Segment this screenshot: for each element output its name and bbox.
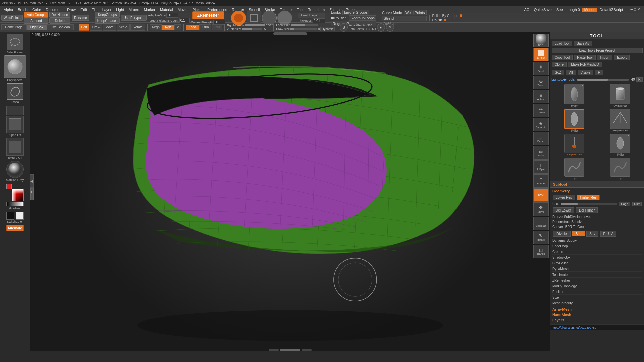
alpha-off-tool[interactable]: Alpha Off — [6, 116, 24, 137]
dynamic-icon[interactable]: ◈ — [377, 23, 385, 32]
menu-marker[interactable]: Marker — [142, 8, 158, 12]
thickness-input[interactable] — [313, 18, 325, 23]
zremesher-rp-btn[interactable]: ZRemesher — [552, 278, 642, 283]
size-btn[interactable]: Size — [552, 295, 642, 300]
menus-btn[interactable]: Menus — [582, 8, 597, 12]
rotate-view-btn[interactable]: ↻ Rotate — [533, 231, 549, 244]
menu-brush[interactable]: Brush — [15, 8, 30, 12]
mrgb-btn[interactable]: Mrgb — [150, 24, 162, 30]
menu-light[interactable]: Light — [114, 8, 126, 12]
menu-movie[interactable]: Movie — [175, 8, 190, 12]
menu-layer[interactable]: Layer — [100, 8, 114, 12]
menu-color[interactable]: Color — [30, 8, 43, 12]
zremesher-btn[interactable]: ZRemesher — [192, 11, 224, 19]
del-hidden-btn[interactable]: Del Hidden — [49, 12, 70, 18]
color-picker[interactable] — [6, 184, 24, 201]
visible-btn[interactable]: Visible — [578, 70, 593, 75]
del-lower-btn[interactable]: Del Lower — [553, 207, 574, 213]
panel-loops-btn[interactable]: Panel Loops — [298, 13, 325, 18]
r-btn[interactable]: R — [595, 70, 603, 75]
tessimate-btn[interactable]: Tessimate — [552, 272, 642, 278]
blog-url-link[interactable]: https://blog.csdn.net/u010392759 — [552, 326, 596, 329]
tool-thumb-simplebrush[interactable]: SimpleBrush — [552, 134, 597, 157]
brush-round-icon[interactable] — [231, 11, 246, 25]
import-btn[interactable]: Import — [597, 55, 612, 60]
weld-points-btn[interactable]: WeldPoints — [1, 15, 23, 21]
lower-res-btn[interactable]: Lower Res — [553, 195, 575, 200]
menu-draw[interactable]: Draw — [65, 8, 78, 12]
lightbox-tab[interactable]: LightBox — [26, 24, 47, 30]
zadd-btn[interactable]: Zadd — [186, 25, 199, 30]
crease-btn[interactable]: Crease — [552, 249, 642, 255]
live-boolean-tab[interactable]: Live Boolean — [47, 24, 74, 30]
subtool-section-header[interactable]: Subtool — [550, 181, 644, 188]
target-polygons-input[interactable] — [179, 18, 190, 23]
transp-btn[interactable]: ◫ Transp — [533, 245, 549, 258]
all-btn[interactable]: All — [566, 70, 576, 75]
top-scrollbar[interactable] — [273, 32, 307, 35]
stretch-btn[interactable]: Stretch — [382, 16, 426, 21]
secondary-color[interactable] — [16, 212, 24, 220]
array-mesh-label[interactable]: ArrayMesh — [552, 306, 642, 312]
home-page-tab[interactable]: Home Page — [1, 24, 26, 30]
zsub-btn[interactable]: Zsub — [199, 24, 211, 30]
nano-mesh-label[interactable]: NanoMesh — [552, 312, 642, 317]
rotate-btn[interactable]: Rotate — [130, 24, 145, 31]
clone-btn[interactable]: Clone — [552, 62, 567, 67]
load-tool-btn[interactable]: Load Tool — [552, 41, 572, 46]
bottom-scrollbar[interactable] — [30, 349, 550, 351]
brush-square-icon[interactable] — [247, 11, 261, 25]
smt-btn[interactable]: Smt — [572, 231, 585, 236]
scroll-btn[interactable]: ⇕ Scroll — [533, 62, 549, 75]
menu-edit[interactable]: Edit — [78, 8, 89, 12]
menu-alpha[interactable]: Alpha — [1, 8, 15, 12]
dynamic-d-icon[interactable]: D — [386, 23, 394, 32]
tool-thumb-rope1[interactable]: rope — [552, 158, 597, 180]
lightbox-tools-link[interactable]: Lightbox▶Tools — [551, 78, 575, 81]
tool-thumb-cylinder3d[interactable]: Cylinder3D — [598, 84, 643, 108]
reluv-btn[interactable]: RelUV — [600, 231, 616, 237]
spix-btn[interactable]: SPix 3 — [533, 48, 549, 61]
switch-color-tool[interactable]: SwitchColor — [6, 212, 24, 223]
draw-btn[interactable]: Draw — [90, 24, 102, 31]
floor-btn[interactable]: ▭ Floor — [533, 146, 549, 160]
rename-btn[interactable]: Rename — [72, 15, 89, 21]
m-btn[interactable]: M — [174, 24, 181, 30]
dynamic-view-btn[interactable]: ◈ Dynamic — [533, 118, 549, 131]
keep-groups-btn[interactable]: KeepGroups — [95, 12, 120, 18]
frame-btn[interactable]: ⊡ Frame — [533, 174, 549, 188]
lsym-btn[interactable]: L L Sym — [533, 160, 549, 174]
convert-bpr-btn[interactable]: Convert BPR To Geo — [552, 224, 642, 229]
menu-material[interactable]: Material — [158, 8, 175, 12]
see-through-btn[interactable]: See-through 0 — [554, 8, 582, 12]
bpr-btn[interactable]: BPR — [533, 34, 549, 47]
append-btn[interactable]: Append — [24, 18, 48, 24]
zoom3d-btn[interactable]: ⊕ Zoom3D — [533, 217, 549, 230]
reconstruct-subdiv-btn[interactable]: Reconstruct Subdiv — [552, 219, 642, 224]
use-polypaint-btn[interactable]: Use Polypaint — [121, 15, 147, 21]
suv-btn[interactable]: Suv — [586, 231, 598, 237]
viewport-3d[interactable] — [30, 39, 550, 345]
delete-btn[interactable]: Delete — [49, 18, 70, 24]
menu-macro[interactable]: Macro — [126, 8, 142, 12]
copy-tool-btn[interactable]: Copy Tool — [552, 55, 573, 60]
zoom-btn[interactable]: ⊕ Zoom — [533, 76, 549, 89]
menu-tool[interactable]: Tool — [294, 8, 306, 12]
r-arrow-btn[interactable]: R — [636, 77, 643, 82]
shadowbox-btn[interactable]: ShadowBox — [552, 255, 642, 260]
dynamesh-btn[interactable]: DynaMesh — [552, 266, 642, 272]
ignore-groups-btn[interactable]: Ignore Groups — [342, 10, 369, 15]
rgb-btn[interactable]: Rgb — [162, 25, 174, 30]
tool-thumb-polymesh3d[interactable]: PolyMesh3D — [598, 109, 643, 133]
texture-off-tool[interactable]: Texture Off — [6, 138, 24, 159]
select-lasso-tool[interactable]: SelectLasso — [7, 34, 23, 54]
alternate-btn[interactable]: Alternate — [6, 225, 24, 231]
cage-btn[interactable]: Cage — [619, 202, 630, 206]
divide-btn[interactable]: Divide — [553, 231, 571, 237]
move-btn[interactable]: Move — [103, 24, 116, 31]
auto-groups-btn[interactable]: Auto Groups — [24, 12, 48, 18]
position-btn[interactable]: Position — [552, 289, 642, 295]
load-tools-project-btn[interactable]: Load Tools From Project — [552, 48, 643, 53]
actual-btn[interactable]: ⊞ Actual — [533, 90, 549, 103]
xyz-btn[interactable]: XYZ — [533, 188, 549, 202]
